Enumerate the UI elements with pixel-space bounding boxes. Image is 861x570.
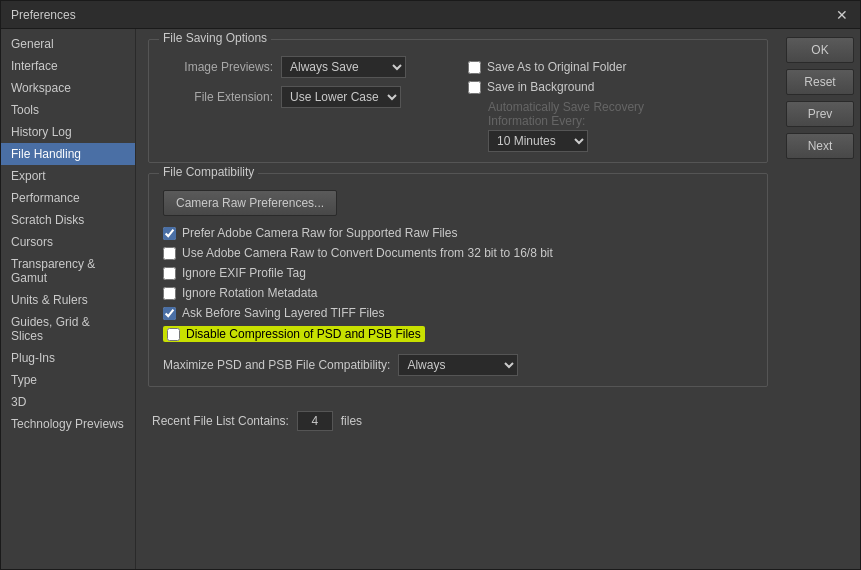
close-button[interactable]: ✕ (834, 7, 850, 23)
prefer-camera-raw-row: Prefer Adobe Camera Raw for Supported Ra… (163, 226, 753, 240)
recent-files-suffix: files (341, 414, 362, 428)
ignore-exif-checkbox[interactable] (163, 267, 176, 280)
sidebar-item-units---rulers[interactable]: Units & Rulers (1, 289, 135, 311)
ask-before-saving-label: Ask Before Saving Layered TIFF Files (182, 306, 385, 320)
main-content: GeneralInterfaceWorkspaceToolsHistory Lo… (1, 29, 860, 569)
camera-raw-prefs-button[interactable]: Camera Raw Preferences... (163, 190, 337, 216)
file-compat-section: File Compatibility Camera Raw Preference… (148, 173, 768, 387)
file-compat-title: File Compatibility (159, 165, 258, 179)
sidebar-item-interface[interactable]: Interface (1, 55, 135, 77)
ignore-rotation-row: Ignore Rotation Metadata (163, 286, 753, 300)
ask-before-saving-row: Ask Before Saving Layered TIFF Files (163, 306, 753, 320)
use-camera-raw-checkbox[interactable] (163, 247, 176, 260)
ask-before-saving-checkbox[interactable] (163, 307, 176, 320)
file-extension-row: File Extension: Use Lower CaseUse Upper … (163, 86, 448, 108)
dialog-title: Preferences (11, 8, 76, 22)
prefer-camera-raw-checkbox[interactable] (163, 227, 176, 240)
save-in-background-label: Save in Background (487, 80, 594, 94)
prefer-camera-raw-label: Prefer Adobe Camera Raw for Supported Ra… (182, 226, 457, 240)
image-previews-label: Image Previews: (163, 60, 273, 74)
sidebar-item-scratch-disks[interactable]: Scratch Disks (1, 209, 135, 231)
title-bar: Preferences ✕ (1, 1, 860, 29)
sidebar-item-tools[interactable]: Tools (1, 99, 135, 121)
file-extension-label: File Extension: (163, 90, 273, 104)
ignore-rotation-label: Ignore Rotation Metadata (182, 286, 317, 300)
use-camera-raw-label: Use Adobe Camera Raw to Convert Document… (182, 246, 553, 260)
save-in-background-checkbox[interactable] (468, 81, 481, 94)
file-extension-select[interactable]: Use Lower CaseUse Upper Case (281, 86, 401, 108)
sidebar-item-file-handling[interactable]: File Handling (1, 143, 135, 165)
preferences-dialog: Preferences ✕ GeneralInterfaceWorkspaceT… (0, 0, 861, 570)
image-previews-row: Image Previews: Always SaveNever SaveAsk… (163, 56, 448, 78)
next-button[interactable]: Next (786, 133, 854, 159)
buttons-panel: OK Reset Prev Next (780, 29, 860, 569)
sidebar-item-transparency---gamut[interactable]: Transparency & Gamut (1, 253, 135, 289)
sidebar-item-plug-ins[interactable]: Plug-Ins (1, 347, 135, 369)
sidebar-item-general[interactable]: General (1, 33, 135, 55)
save-as-original-row: Save As to Original Folder (468, 60, 753, 74)
maximize-select[interactable]: AlwaysNeverAsk (398, 354, 518, 376)
recent-files-row: Recent File List Contains: files (152, 411, 768, 431)
content-area: File Saving Options Image Previews: Alwa… (136, 29, 780, 569)
sidebar-item-export[interactable]: Export (1, 165, 135, 187)
ok-button[interactable]: OK (786, 37, 854, 63)
auto-save-label: Automatically Save Recovery (488, 100, 753, 114)
maximize-label: Maximize PSD and PSB File Compatibility: (163, 358, 390, 372)
recent-files-label: Recent File List Contains: (152, 414, 289, 428)
maximize-compat-row: Maximize PSD and PSB File Compatibility:… (163, 354, 753, 376)
ignore-exif-row: Ignore EXIF Profile Tag (163, 266, 753, 280)
reset-button[interactable]: Reset (786, 69, 854, 95)
file-saving-title: File Saving Options (159, 31, 271, 45)
sidebar-item-performance[interactable]: Performance (1, 187, 135, 209)
disable-compression-checkbox[interactable] (167, 328, 180, 341)
image-previews-select[interactable]: Always SaveNever SaveAsk When Saving (281, 56, 406, 78)
sidebar-item-workspace[interactable]: Workspace (1, 77, 135, 99)
disable-compression-row: Disable Compression of PSD and PSB Files (163, 326, 425, 342)
auto-save-minutes-row: 10 Minutes5 Minutes15 Minutes30 Minutes1… (488, 130, 753, 152)
save-as-original-checkbox[interactable] (468, 61, 481, 74)
sidebar-item-3d[interactable]: 3D (1, 391, 135, 413)
sidebar-item-technology-previews[interactable]: Technology Previews (1, 413, 135, 435)
sidebar-item-history-log[interactable]: History Log (1, 121, 135, 143)
sidebar-item-guides--grid---slices[interactable]: Guides, Grid & Slices (1, 311, 135, 347)
prev-button[interactable]: Prev (786, 101, 854, 127)
auto-save-label2: Information Every: (488, 114, 753, 128)
sidebar-item-type[interactable]: Type (1, 369, 135, 391)
save-as-original-label: Save As to Original Folder (487, 60, 626, 74)
disable-compression-label: Disable Compression of PSD and PSB Files (186, 327, 421, 341)
recent-files-input[interactable] (297, 411, 333, 431)
auto-save-section: Automatically Save Recovery Information … (488, 100, 753, 152)
ignore-exif-label: Ignore EXIF Profile Tag (182, 266, 306, 280)
sidebar: GeneralInterfaceWorkspaceToolsHistory Lo… (1, 29, 136, 569)
file-saving-section: File Saving Options Image Previews: Alwa… (148, 39, 768, 163)
ignore-rotation-checkbox[interactable] (163, 287, 176, 300)
auto-save-select[interactable]: 10 Minutes5 Minutes15 Minutes30 Minutes1… (488, 130, 588, 152)
save-in-background-row: Save in Background (468, 80, 753, 94)
use-camera-raw-row: Use Adobe Camera Raw to Convert Document… (163, 246, 753, 260)
sidebar-item-cursors[interactable]: Cursors (1, 231, 135, 253)
